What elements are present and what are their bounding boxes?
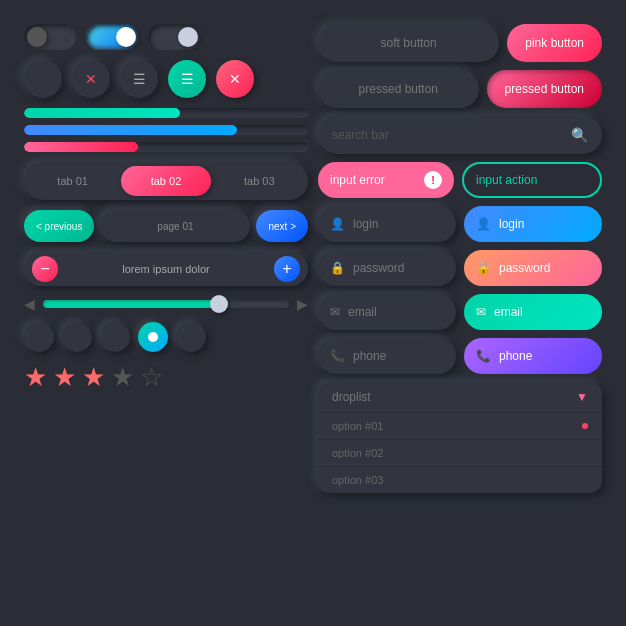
lock-icon: 🔒	[330, 261, 345, 275]
droplist-arrow-icon: ▼	[576, 390, 588, 404]
input-error-pill: input error !	[318, 162, 454, 198]
login-field-plain[interactable]: 👤 login	[318, 206, 456, 242]
droplist-title: droplist	[332, 390, 576, 404]
stars-row: ★ ★ ★ ★ ☆	[24, 362, 308, 393]
pagination-row: < previous page 01 next >	[24, 210, 308, 242]
option-indicator-1	[582, 423, 588, 429]
phone-gradient-text: phone	[499, 349, 532, 363]
slider-track[interactable]	[43, 300, 289, 308]
search-placeholder: search bar	[332, 128, 563, 142]
input-status-row: input error ! input action	[318, 162, 602, 198]
email-plain-text: email	[348, 305, 377, 319]
password-gradient-text: password	[499, 261, 550, 275]
toggles-row	[24, 24, 308, 50]
tab-01[interactable]: tab 01	[28, 166, 117, 196]
search-icon: 🔍	[571, 127, 588, 143]
star-1[interactable]: ★	[24, 362, 47, 393]
toggle-knob	[27, 27, 47, 47]
phone-field-gradient[interactable]: 📞 phone	[464, 338, 602, 374]
star-4[interactable]: ★	[111, 362, 134, 393]
tab-02[interactable]: tab 02	[121, 166, 210, 196]
pressed-label-text: pressed button	[332, 82, 465, 96]
droplist[interactable]: droplist ▼ option #01 option #02 option …	[318, 382, 602, 493]
toggle-knob-blue	[116, 27, 136, 47]
soft-button-text: soft button	[332, 36, 485, 50]
login-field-gradient[interactable]: 👤 login	[464, 206, 602, 242]
login-gradient-text: login	[499, 217, 524, 231]
next-button[interactable]: next >	[256, 210, 308, 242]
option-1-text: option #01	[332, 420, 383, 432]
input-action-pill[interactable]: input action	[462, 162, 602, 198]
login-plain-text: login	[353, 217, 378, 231]
user-icon: 👤	[330, 217, 345, 231]
stepper-minus[interactable]: −	[32, 256, 58, 282]
droplist-header[interactable]: droplist ▼	[318, 382, 602, 413]
password-row: 🔒 password 🔒 password	[318, 250, 602, 286]
circles-row: ✕ ☰ ☰ ✕	[24, 60, 308, 98]
email-field-gradient[interactable]: ✉ email	[464, 294, 602, 330]
phone-icon-white: 📞	[476, 349, 491, 363]
circle-red-x[interactable]: ✕	[216, 60, 254, 98]
slider-min-icon: ◀	[24, 296, 35, 312]
user-icon-white: 👤	[476, 217, 491, 231]
password-field-plain[interactable]: 🔒 password	[318, 250, 456, 286]
circle-menu-button[interactable]: ☰	[120, 60, 158, 98]
email-icon-white: ✉	[476, 305, 486, 319]
radio-2[interactable]	[62, 322, 92, 352]
toggle-knob-teal	[178, 27, 198, 47]
progress-blue	[24, 125, 308, 135]
phone-field-plain[interactable]: 📞 phone	[318, 338, 456, 374]
email-field-plain[interactable]: ✉ email	[318, 294, 456, 330]
slider-max-icon: ▶	[297, 296, 308, 312]
pink-button[interactable]: pink button	[507, 24, 602, 62]
stepper-label: lorem ipsum dolor	[66, 263, 266, 275]
progress-fill-teal	[24, 108, 180, 118]
progress-fill-blue	[24, 125, 237, 135]
phone-icon: 📞	[330, 349, 345, 363]
circle-x-button[interactable]: ✕	[72, 60, 110, 98]
stepper-plus[interactable]: +	[274, 256, 300, 282]
circle-empty-1[interactable]	[24, 60, 62, 98]
radio-1[interactable]	[24, 322, 54, 352]
radio-row	[24, 322, 308, 352]
tab-03[interactable]: tab 03	[215, 166, 304, 196]
phone-row: 📞 phone 📞 phone	[318, 338, 602, 374]
star-2[interactable]: ★	[53, 362, 76, 393]
star-3[interactable]: ★	[82, 362, 105, 393]
pressed-button-label: pressed button	[318, 70, 479, 108]
tabs-row: tab 01 tab 02 tab 03	[24, 162, 308, 200]
phone-plain-text: phone	[353, 349, 386, 363]
pressed-row: pressed button pressed button	[318, 70, 602, 108]
droplist-option-2[interactable]: option #02	[318, 440, 602, 467]
email-icon: ✉	[330, 305, 340, 319]
email-gradient-text: email	[494, 305, 523, 319]
prev-button[interactable]: < previous	[24, 210, 94, 242]
option-3-text: option #03	[332, 474, 383, 486]
password-field-gradient[interactable]: 🔒 password	[464, 250, 602, 286]
radio-4-active[interactable]	[138, 322, 168, 352]
page-current: page 01	[100, 210, 250, 242]
droplist-option-3[interactable]: option #03	[318, 467, 602, 493]
toggle-on-teal[interactable]	[148, 24, 200, 50]
slider-thumb[interactable]	[210, 295, 228, 313]
star-5[interactable]: ☆	[140, 362, 163, 393]
pressed-button[interactable]: pressed button	[487, 70, 602, 108]
radio-5[interactable]	[176, 322, 206, 352]
error-icon: !	[424, 171, 442, 189]
progress-pink	[24, 142, 308, 152]
progress-teal	[24, 108, 308, 118]
toggle-off[interactable]	[24, 24, 76, 50]
circle-green-menu[interactable]: ☰	[168, 60, 206, 98]
search-bar[interactable]: search bar 🔍	[318, 116, 602, 154]
slider-row: ◀ ▶	[24, 296, 308, 312]
input-action-text: input action	[476, 173, 537, 187]
radio-3[interactable]	[100, 322, 130, 352]
progress-bars	[24, 108, 308, 152]
lock-icon-white: 🔒	[476, 261, 491, 275]
progress-fill-pink	[24, 142, 138, 152]
stepper-row: − lorem ipsum dolor +	[24, 252, 308, 286]
droplist-option-1[interactable]: option #01	[318, 413, 602, 440]
password-plain-text: password	[353, 261, 404, 275]
toggle-on-blue[interactable]	[86, 24, 138, 50]
soft-pink-row: soft button pink button	[318, 24, 602, 62]
